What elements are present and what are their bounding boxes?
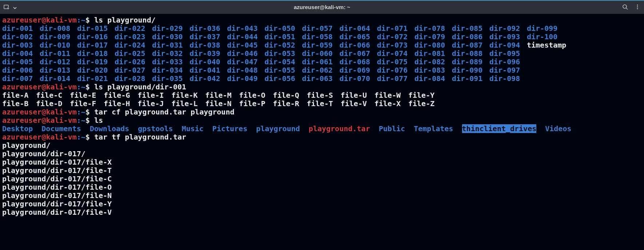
svg-point-2	[623, 5, 627, 8]
prompt-user: azureuser	[2, 16, 41, 24]
directory-entry: dir-005	[2, 58, 40, 66]
directory-entry: dir-026	[115, 58, 152, 66]
directory-entry: dir-024	[115, 41, 152, 49]
directory-entry: dir-082	[414, 58, 452, 66]
directory-entry: dir-006	[2, 66, 40, 74]
directory-entry: dir-086	[452, 33, 489, 41]
directory-entry: dir-046	[227, 49, 265, 58]
file-entry: file-R	[273, 100, 307, 108]
directory-entry: dir-002	[2, 33, 40, 41]
file-entry: file-A	[2, 91, 36, 100]
command-text: tar cf playground.tar playground	[94, 108, 234, 116]
directory-entry: dir-061	[302, 58, 339, 66]
directory-entry: dir-055	[265, 66, 302, 74]
tar-entry: playground/dir-017/file-T	[2, 166, 642, 175]
directory-entry: dir-081	[414, 49, 452, 58]
file-entry: file-B	[2, 100, 36, 108]
directory-entry: dir-077	[377, 74, 414, 83]
directory-entry: Templates	[414, 124, 453, 133]
chevron-down-icon[interactable]	[13, 3, 17, 12]
file-entry: file-E	[70, 91, 104, 100]
directory-entry: dir-039	[190, 49, 227, 58]
directory-entry: dir-042	[190, 74, 227, 83]
directory-entry: dir-047	[227, 58, 265, 66]
directory-entry: dir-029	[152, 24, 190, 33]
file-entry: file-O	[239, 91, 273, 100]
directory-entry: dir-036	[190, 24, 227, 33]
svg-point-4	[637, 6, 638, 7]
archive-entry: playground.tar	[309, 124, 370, 133]
directory-entry: dir-065	[339, 33, 377, 41]
file-entry: file-H	[104, 100, 138, 108]
file-entry: file-S	[307, 91, 341, 100]
file-entry: file-Z	[408, 100, 442, 108]
empty-cell	[527, 58, 564, 66]
directory-entry: dir-095	[489, 49, 527, 58]
terminal-body[interactable]: azureuser@kali-vm:~$ ls playground/ dir-…	[0, 14, 644, 250]
directory-entry: dir-089	[452, 58, 489, 66]
directory-entry: dir-057	[302, 24, 339, 33]
command-text: ls	[94, 116, 103, 125]
directory-entry: dir-009	[40, 33, 77, 41]
file-entry: file-U	[341, 91, 374, 100]
file-entry: file-X	[374, 100, 408, 108]
directory-entry: dir-034	[152, 66, 190, 74]
directory-entry: dir-063	[302, 74, 339, 83]
ls-dir001-output: file-Afile-Cfile-Efile-Gfile-Ifile-Kfile…	[2, 91, 642, 108]
menu-kebab-icon[interactable]	[635, 3, 640, 12]
file-entry: file-D	[36, 100, 70, 108]
directory-entry: dir-028	[115, 74, 152, 83]
directory-entry: dir-093	[489, 33, 527, 41]
directory-entry: dir-031	[152, 41, 190, 49]
directory-entry: dir-051	[265, 33, 302, 41]
search-icon[interactable]	[622, 3, 628, 12]
directory-entry: dir-078	[414, 24, 452, 33]
directory-entry: dir-099	[527, 24, 564, 33]
directory-entry: dir-079	[414, 33, 452, 41]
directory-entry: dir-058	[302, 33, 339, 41]
file-entry: file-G	[104, 91, 138, 100]
directory-entry: dir-023	[115, 33, 152, 41]
directory-entry: dir-062	[302, 66, 339, 74]
directory-entry: Music	[182, 124, 203, 133]
directory-entry: dir-053	[265, 49, 302, 58]
directory-entry: dir-015	[77, 24, 115, 33]
file-entry: file-C	[36, 91, 70, 100]
directory-entry: dir-059	[302, 41, 339, 49]
directory-entry: dir-097	[489, 66, 527, 74]
file-entry: file-F	[70, 100, 104, 108]
tar-entry: playground/dir-017/file-C	[2, 175, 642, 183]
directory-entry: dir-090	[452, 66, 489, 74]
directory-entry: dir-025	[115, 49, 152, 58]
directory-entry: dir-066	[339, 41, 377, 49]
directory-entry: dir-092	[489, 24, 527, 33]
directory-entry: dir-049	[227, 74, 265, 83]
empty-cell	[527, 74, 564, 83]
window-title: azureuser@kali-vm: ~	[294, 4, 350, 10]
file-entry: file-Q	[273, 91, 307, 100]
directory-entry: dir-094	[489, 41, 527, 49]
file-entry: file-I	[138, 91, 171, 100]
directory-entry: dir-018	[77, 49, 115, 58]
directory-entry: dir-087	[452, 41, 489, 49]
directory-entry: dir-033	[152, 58, 190, 66]
file-entry: file-K	[171, 91, 205, 100]
prompt-line: azureuser@kali-vm:~$ tar cf playground.t…	[2, 108, 642, 116]
directory-entry: dir-022	[115, 24, 152, 33]
command-text: ls playground/	[94, 16, 156, 24]
directory-entry: dir-052	[265, 41, 302, 49]
file-entry: file-V	[341, 100, 374, 108]
directory-entry: dir-021	[77, 74, 115, 83]
directory-entry: dir-007	[2, 74, 40, 83]
directory-entry: dir-045	[227, 41, 265, 49]
command-text: tar tf playground.tar	[94, 133, 186, 141]
command-text: ls playground/dir-001	[94, 82, 186, 91]
directory-entry: dir-014	[40, 74, 77, 83]
new-tab-icon[interactable]	[4, 3, 9, 12]
svg-point-5	[637, 8, 638, 9]
directory-entry: dir-012	[40, 58, 77, 66]
directory-entry: dir-080	[414, 41, 452, 49]
file-entry: file-W	[374, 91, 408, 100]
svg-point-3	[637, 4, 638, 5]
directory-entry: dir-071	[377, 24, 414, 33]
